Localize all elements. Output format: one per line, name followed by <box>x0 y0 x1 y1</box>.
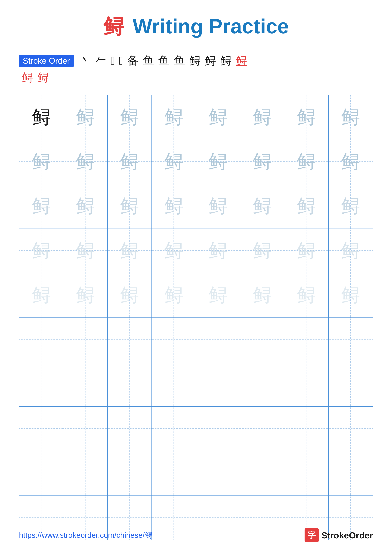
practice-char: 鲟 <box>297 285 316 305</box>
grid-cell[interactable]: 鲟 <box>284 95 328 139</box>
grid-cell[interactable]: 鲟 <box>152 184 196 228</box>
stroke-step-12: 鲟 <box>236 53 247 68</box>
grid-cell[interactable]: 鲟 <box>196 184 240 228</box>
grid-cell[interactable] <box>108 407 152 451</box>
grid-cell[interactable] <box>152 451 196 495</box>
grid-cell[interactable]: 鲟 <box>108 228 152 273</box>
grid-cell[interactable]: 鲟 <box>240 228 284 273</box>
grid-cell[interactable]: 鲟 <box>19 184 64 228</box>
practice-char: 鲟 <box>341 241 360 260</box>
grid-cell[interactable]: 鲟 <box>196 228 240 273</box>
grid-cell[interactable] <box>19 451 64 495</box>
footer: https://www.strokeorder.com/chinese/鲟 字 … <box>19 528 373 542</box>
grid-cell[interactable] <box>196 407 240 451</box>
title-text: Writing Practice <box>133 15 289 38</box>
practice-char: 鲟 <box>341 108 360 127</box>
grid-cell[interactable] <box>284 318 328 362</box>
practice-char: 鲟 <box>76 285 95 305</box>
grid-cell[interactable]: 鲟 <box>328 273 373 317</box>
grid-cell[interactable]: 鲟 <box>284 228 328 273</box>
practice-char: 鲟 <box>297 241 316 260</box>
grid-cell[interactable]: 鲟 <box>152 139 196 183</box>
grid-cell[interactable] <box>152 407 196 451</box>
grid-cell[interactable]: 鲟 <box>240 95 284 139</box>
grid-cell[interactable] <box>196 318 240 362</box>
grid-cell[interactable] <box>19 362 64 406</box>
practice-char: 鲟 <box>164 241 183 260</box>
grid-cell[interactable]: 鲟 <box>328 228 373 273</box>
grid-cell[interactable] <box>240 318 284 362</box>
grid-cell[interactable]: 鲟 <box>284 273 328 317</box>
grid-cell[interactable]: 鲟 <box>196 273 240 317</box>
stroke-step-14: 鲟 <box>37 70 49 85</box>
grid-cell[interactable]: 鲟 <box>328 184 373 228</box>
grid-cell[interactable]: 鲟 <box>19 273 64 317</box>
grid-cell[interactable] <box>108 318 152 362</box>
title-character: 鲟 <box>103 15 124 38</box>
grid-cell[interactable]: 鲟 <box>108 139 152 183</box>
practice-grid: 鲟 鲟 鲟 鲟 鲟 鲟 鲟 鲟 <box>19 95 373 540</box>
grid-cell[interactable]: 鲟 <box>152 273 196 317</box>
practice-char: 鲟 <box>120 152 139 171</box>
grid-cell[interactable] <box>152 362 196 406</box>
grid-cell[interactable] <box>284 451 328 495</box>
stroke-step-11: 鲟 <box>220 53 231 68</box>
grid-cell[interactable]: 鲟 <box>108 273 152 317</box>
grid-row-9 <box>19 451 373 496</box>
practice-char: 鲟 <box>208 108 227 127</box>
grid-row-7 <box>19 362 373 406</box>
stroke-step-2: 𠂉 <box>95 54 107 67</box>
grid-cell[interactable]: 鲟 <box>108 95 152 139</box>
grid-cell[interactable]: 鲟 <box>240 184 284 228</box>
grid-cell[interactable] <box>240 362 284 406</box>
practice-char: 鲟 <box>76 108 95 127</box>
grid-cell[interactable] <box>64 451 107 495</box>
grid-cell[interactable]: 鲟 <box>284 139 328 183</box>
practice-char: 鲟 <box>253 285 272 305</box>
grid-cell[interactable] <box>284 407 328 451</box>
grid-cell[interactable]: 鲟 <box>64 184 107 228</box>
practice-char: 鲟 <box>32 285 51 305</box>
grid-cell[interactable]: 鲟 <box>328 139 373 183</box>
grid-cell[interactable] <box>108 362 152 406</box>
grid-cell[interactable] <box>19 407 64 451</box>
grid-row-5: 鲟 鲟 鲟 鲟 鲟 鲟 鲟 鲟 <box>19 273 373 318</box>
grid-cell[interactable]: 鲟 <box>19 95 64 139</box>
grid-cell[interactable]: 鲟 <box>64 95 107 139</box>
grid-cell[interactable] <box>64 407 107 451</box>
grid-cell[interactable]: 鲟 <box>196 95 240 139</box>
grid-cell[interactable] <box>240 451 284 495</box>
grid-cell[interactable]: 鲟 <box>19 139 64 183</box>
grid-cell[interactable]: 鲟 <box>108 184 152 228</box>
grid-cell[interactable] <box>64 318 107 362</box>
grid-cell[interactable] <box>284 362 328 406</box>
grid-cell[interactable]: 鲟 <box>19 228 64 273</box>
grid-cell[interactable]: 鲟 <box>64 228 107 273</box>
grid-cell[interactable]: 鲟 <box>240 273 284 317</box>
grid-cell[interactable]: 鲟 <box>64 273 107 317</box>
grid-cell[interactable]: 鲟 <box>64 139 107 183</box>
grid-cell[interactable]: 鲟 <box>328 95 373 139</box>
stroke-step-1: 丶 <box>80 53 91 68</box>
practice-char: 鲟 <box>32 108 51 127</box>
grid-cell[interactable]: 鲟 <box>240 139 284 183</box>
grid-cell[interactable] <box>108 451 152 495</box>
grid-cell[interactable] <box>240 407 284 451</box>
grid-cell[interactable] <box>328 407 373 451</box>
grid-cell[interactable]: 鲟 <box>152 228 196 273</box>
grid-cell[interactable] <box>328 451 373 495</box>
practice-char: 鲟 <box>341 285 360 305</box>
grid-cell[interactable] <box>328 362 373 406</box>
grid-cell[interactable] <box>152 318 196 362</box>
stroke-step-6: 鱼 <box>143 53 154 68</box>
grid-cell[interactable] <box>328 318 373 362</box>
page-title: 鲟 Writing Practice <box>19 13 373 41</box>
grid-cell[interactable]: 鲟 <box>196 139 240 183</box>
grid-cell[interactable] <box>19 318 64 362</box>
footer-url[interactable]: https://www.strokeorder.com/chinese/鲟 <box>19 530 152 540</box>
grid-cell[interactable] <box>196 451 240 495</box>
grid-cell[interactable] <box>64 362 107 406</box>
grid-cell[interactable]: 鲟 <box>152 95 196 139</box>
grid-cell[interactable]: 鲟 <box>284 184 328 228</box>
grid-cell[interactable] <box>196 362 240 406</box>
